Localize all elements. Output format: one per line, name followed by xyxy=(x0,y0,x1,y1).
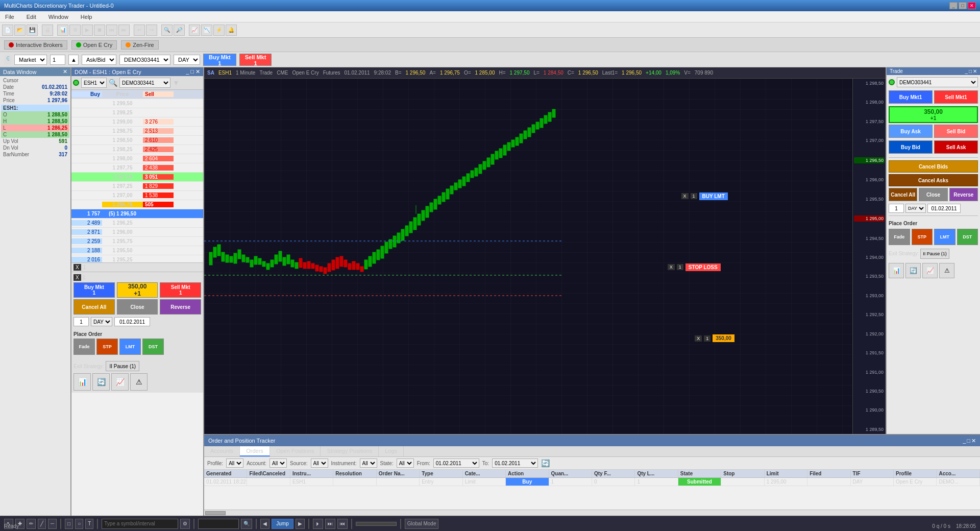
toolbar-b3[interactable]: ⏮ xyxy=(106,25,117,36)
toolbar-save[interactable]: 💾 xyxy=(27,25,38,36)
dom-date-input[interactable] xyxy=(114,317,150,326)
to-select[interactable]: 01.02.2011 xyxy=(492,458,538,468)
dom-cancel-all-button[interactable]: Cancel All xyxy=(74,299,115,315)
bt-search-icon[interactable]: 🔍 xyxy=(241,519,252,529)
toolbar-b2[interactable]: ⏹ xyxy=(94,25,105,36)
profile-select[interactable]: All xyxy=(226,458,243,468)
toolbar-b4[interactable]: ⏭ xyxy=(118,25,130,36)
toolbar-b1[interactable]: ▶ xyxy=(82,25,93,36)
dom-reverse-button[interactable]: Reverse xyxy=(160,299,201,315)
ot-tab-logs[interactable]: Logs xyxy=(379,446,404,456)
rp-cancel-asks-button[interactable]: Cancel Asks xyxy=(889,174,978,186)
dom-buy-mkt-button[interactable]: Buy Mkt1 xyxy=(74,282,115,298)
dom-row[interactable]: 1 297,25 1 829 xyxy=(71,182,203,191)
rp-account-select[interactable]: DEMO303441 xyxy=(897,77,978,87)
menu-window[interactable]: Window xyxy=(45,13,71,21)
dom-row[interactable]: 1 298,75 2 513 xyxy=(71,127,203,136)
qty-spinner[interactable] xyxy=(68,55,79,65)
bt-play[interactable]: ⏵ xyxy=(313,519,323,529)
rp-buy-bid-button[interactable]: Buy Bid xyxy=(889,140,933,154)
buy-lmt-x[interactable]: X xyxy=(681,193,689,199)
bt-tool-hline[interactable]: ─ xyxy=(48,519,57,529)
ot-minimize[interactable]: _ xyxy=(963,438,966,444)
rp-exit-icon-2[interactable]: 🔄 xyxy=(905,263,921,278)
dom-row[interactable]: 2 489 1 296,25 xyxy=(71,219,203,228)
bt-step[interactable]: ⏮ xyxy=(337,519,348,529)
dom-row[interactable]: 1 299,50 xyxy=(71,99,203,108)
bt-tool-text[interactable]: T xyxy=(85,519,93,529)
exit-icon-1[interactable]: 📊 xyxy=(74,373,91,391)
rp-minimize[interactable]: _ xyxy=(965,68,968,74)
bt-next-bar[interactable]: ▶ xyxy=(296,519,305,529)
rp-cancel-all-button[interactable]: Cancel All xyxy=(889,188,917,201)
bt-tool-line[interactable]: ╱ xyxy=(38,519,46,529)
dom-row[interactable]: 1 297,00 1 538 xyxy=(71,191,203,200)
dom-row[interactable]: 1 299,00 3 276 xyxy=(71,117,203,127)
toolbar-extra1[interactable]: 📈 xyxy=(189,25,200,36)
dst-button[interactable]: DST xyxy=(142,339,164,355)
dom-row[interactable]: 2 016 1 295,25 xyxy=(71,255,203,262)
buy-mkt-button[interactable]: Buy Mkt1 xyxy=(203,54,236,66)
rp-sell-ask-button[interactable]: Sell Ask xyxy=(934,140,978,154)
dom-maximize[interactable]: □ xyxy=(190,68,194,75)
dom-symbol-select[interactable]: ESH1 xyxy=(81,78,107,88)
toolbar-extra4[interactable]: 🔔 xyxy=(226,25,237,36)
rp-sell-mkt-button[interactable]: Sell Mkt1 xyxy=(934,90,978,104)
rp-close-btn[interactable]: ✕ xyxy=(973,68,977,74)
account-select[interactable]: DEMO303441 xyxy=(119,55,170,65)
ot-refresh-icon[interactable]: 🔄 xyxy=(541,459,550,467)
bt-tool-pen[interactable]: ✏ xyxy=(27,519,36,529)
toolbar-extra3[interactable]: ⚡ xyxy=(213,25,225,36)
dom-row[interactable]: 2 259 1 295,75 xyxy=(71,237,203,246)
sell-mkt-button[interactable]: Sell Mkt1 xyxy=(239,54,272,66)
state-select[interactable]: All xyxy=(397,458,414,468)
dom-x-marker[interactable]: X xyxy=(74,264,81,271)
menu-edit[interactable]: Edit xyxy=(23,13,39,21)
dom-minimize[interactable]: _ xyxy=(186,68,189,75)
rp-maximize[interactable]: □ xyxy=(969,68,972,74)
account-filter-select[interactable]: All xyxy=(270,458,287,468)
dom-row[interactable]: 1 296,75 505 xyxy=(71,200,203,209)
dom-row[interactable]: 1 298,50 2 610 xyxy=(71,136,203,145)
dom-row[interactable]: 1 297,50 3 051 xyxy=(71,173,203,182)
bt-settings-icon[interactable]: ⚙ xyxy=(180,519,190,529)
toolbar-open[interactable]: 📂 xyxy=(14,25,26,36)
rp-cancel-bids-button[interactable]: Cancel Bids xyxy=(889,160,978,173)
toolbar-b5[interactable]: ↩ xyxy=(134,25,145,36)
dom-qty-button[interactable]: 350,00+1 xyxy=(117,282,158,298)
search-icon-input[interactable] xyxy=(4,55,11,65)
rp-sell-bid-button[interactable]: Sell Bid xyxy=(934,125,978,138)
broker-tab-oec[interactable]: Open E Cry xyxy=(71,40,117,50)
toolbar-print[interactable]: 🖨 xyxy=(42,25,53,36)
ot-scroll-thumb[interactable] xyxy=(205,511,226,515)
dom-close-header[interactable]: ✕ xyxy=(195,68,200,75)
dom-sell-mkt-button[interactable]: Sell Mkt1 xyxy=(160,282,201,298)
bt-tool-ellipse[interactable]: ○ xyxy=(75,519,83,529)
fade-button[interactable]: Fade xyxy=(74,339,95,355)
ot-tab-open-positions[interactable]: Open Positions xyxy=(270,446,321,456)
quantity-input[interactable] xyxy=(50,55,65,65)
broker-tab-zenfire[interactable]: Zen-Fire xyxy=(121,40,159,50)
ot-tab-strategy-positions[interactable]: Strategy Positions xyxy=(321,446,379,456)
close-button[interactable]: ✕ xyxy=(968,2,976,9)
ot-scrollbar[interactable] xyxy=(204,510,980,516)
exit-icon-2[interactable]: 🔄 xyxy=(92,373,110,391)
dom-qty-input[interactable] xyxy=(74,317,89,326)
rp-date-input[interactable] xyxy=(927,204,961,213)
rp-qty-input[interactable] xyxy=(889,204,904,213)
toolbar-new[interactable]: 📄 xyxy=(2,25,13,36)
dom-row-current[interactable]: 1 757 (5) 1 296,50 xyxy=(71,209,203,219)
dom-row[interactable]: 1 298,25 2 425 xyxy=(71,145,203,154)
rp-stp-button[interactable]: STP xyxy=(912,229,933,245)
tif-select[interactable]: DAY xyxy=(174,55,200,65)
dom-row[interactable]: 2 871 1 296,00 xyxy=(71,228,203,237)
menu-file[interactable]: File xyxy=(2,13,17,21)
maximize-button[interactable]: □ xyxy=(959,2,967,9)
dom-tif-select[interactable]: DAY xyxy=(91,317,112,326)
pause-button-dom[interactable]: II Pause (1) xyxy=(106,361,139,371)
ot-close-btn[interactable]: ✕ xyxy=(971,438,976,444)
stop-loss-label[interactable]: STOP LOSS xyxy=(685,263,721,271)
price-type-select[interactable]: Ask/Bid xyxy=(82,55,116,65)
dom-close-button[interactable]: Close xyxy=(117,299,158,315)
stp-button[interactable]: STP xyxy=(96,339,118,355)
